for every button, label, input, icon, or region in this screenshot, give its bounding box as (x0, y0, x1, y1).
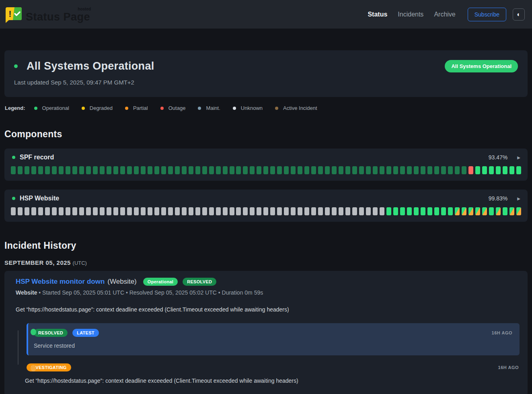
uptime-bar (414, 166, 419, 174)
legend-item: Degraded (82, 105, 113, 111)
uptime-bar (38, 166, 43, 174)
logo[interactable]: ! hosted Status Page (5, 6, 92, 23)
uptime-bar (270, 166, 275, 174)
subscribe-button[interactable]: Subscribe (468, 8, 506, 21)
uptime-bar (393, 207, 398, 215)
uptime-bar (113, 207, 118, 215)
uptime-bar (182, 207, 187, 215)
uptime-bar (393, 166, 398, 174)
uptime-bar (154, 207, 159, 215)
uptime-bar (441, 166, 446, 174)
uptime-bar (52, 166, 57, 174)
uptime-bar (257, 207, 261, 215)
components-heading: Components (4, 129, 528, 140)
status-badge: RESOLVED (34, 329, 68, 337)
uptime-bar (257, 166, 261, 174)
uptime-bar (25, 166, 29, 174)
incident-date-timezone: (UTC) (73, 260, 87, 266)
uptime-bar (195, 207, 200, 215)
logo-superscript: hosted (78, 7, 91, 11)
component-status-dot (12, 156, 15, 159)
uptime-bar (455, 166, 460, 174)
uptime-bar (216, 166, 221, 174)
uptime-bar (11, 166, 16, 174)
legend-item-label: Operational (42, 105, 69, 111)
uptime-bar (86, 166, 91, 174)
uptime-bar (120, 166, 125, 174)
uptime-bar (352, 207, 357, 215)
uptime-bar (59, 207, 64, 215)
uptime-bar (339, 207, 343, 215)
nav-item-archive[interactable]: Archive (434, 11, 455, 18)
expander-arrow-icon[interactable]: ▶ (516, 196, 521, 202)
uptime-bar (407, 166, 412, 174)
uptime-bar (161, 207, 166, 215)
legend-dot-icon (275, 107, 278, 110)
incident-timeline: RESOLVEDLATEST16H AGOService restoredINV… (11, 323, 520, 384)
uptime-bar (134, 207, 139, 215)
uptime-bar (52, 207, 57, 215)
uptime-bar (427, 207, 432, 215)
uptime-bar (209, 166, 214, 174)
uptime-bar (107, 166, 111, 174)
uptime-bar (66, 166, 70, 174)
uptime-bar (468, 207, 473, 215)
legend-item: Operational (34, 105, 69, 111)
uptime-bar (373, 166, 378, 174)
uptime-bar (332, 166, 337, 174)
incident-title-link[interactable]: HSP Website monitor down (16, 278, 105, 286)
timeline-entry-text: Service restored (34, 342, 512, 349)
uptime-bar (11, 207, 16, 215)
uptime-bar (195, 166, 200, 174)
incident-meta-detail: • Started Sep 05, 2025 05:01 UTC • Resol… (37, 289, 263, 296)
theme-toggle-button[interactable]: ◐ (513, 8, 525, 21)
timeline-dot-icon (31, 365, 36, 371)
uptime-bar (359, 166, 364, 174)
uptime-bar (38, 207, 43, 215)
uptime-bar (154, 166, 159, 174)
uptime-bar (127, 207, 132, 215)
incident-description: Get “https://hostedstatus.page”: context… (11, 306, 520, 313)
uptime-bar (455, 207, 460, 215)
uptime-bar (304, 207, 309, 215)
legend-item: Maint. (198, 105, 220, 111)
uptime-bar (421, 207, 425, 215)
uptime-bar (318, 207, 323, 215)
uptime-bar (202, 207, 207, 215)
legend-item: Active Incident (275, 105, 317, 111)
uptime-bar (236, 207, 241, 215)
nav-item-incidents[interactable]: Incidents (398, 11, 423, 18)
uptime-bar (386, 207, 391, 215)
logo-title: Status Page (26, 11, 90, 23)
uptime-bar (209, 207, 214, 215)
uptime-bar (325, 207, 330, 215)
uptime-bar (407, 207, 412, 215)
uptime-bar (66, 207, 70, 215)
uptime-bar (161, 166, 166, 174)
incident-meta: Website • Started Sep 05, 2025 05:01 UTC… (11, 289, 520, 296)
uptime-bar (277, 207, 282, 215)
uptime-bar (304, 166, 309, 174)
uptime-bar (345, 166, 350, 174)
main-nav: StatusIncidentsArchive (368, 11, 455, 18)
uptime-bar (216, 207, 221, 215)
uptime-bar (141, 207, 146, 215)
uptime-bar (434, 207, 439, 215)
incident-title-suffix: (Website) (107, 278, 136, 286)
uptime-bar (72, 166, 77, 174)
legend-dot-icon (160, 107, 164, 110)
uptime-bar (100, 207, 105, 215)
expander-arrow-icon[interactable]: ▶ (516, 155, 521, 161)
component-card: HSP Website99.83%▶ (4, 190, 528, 222)
uptime-bar (414, 207, 419, 215)
nav-item-status[interactable]: Status (368, 11, 387, 18)
uptime-bar (311, 166, 316, 174)
uptime-bar (18, 207, 23, 215)
legend-item-label: Partial (133, 105, 148, 111)
overall-status-dot (14, 64, 18, 68)
incident-date: SEPTEMBER 05, 2025 (4, 259, 71, 266)
theme-contrast-icon: ◐ (517, 11, 521, 18)
last-updated-text: Last updated Sep 5, 2025, 09:47 PM GMT+2 (14, 79, 518, 86)
incident-date-heading: SEPTEMBER 05, 2025 (UTC) (4, 259, 528, 266)
uptime-bar (263, 166, 268, 174)
